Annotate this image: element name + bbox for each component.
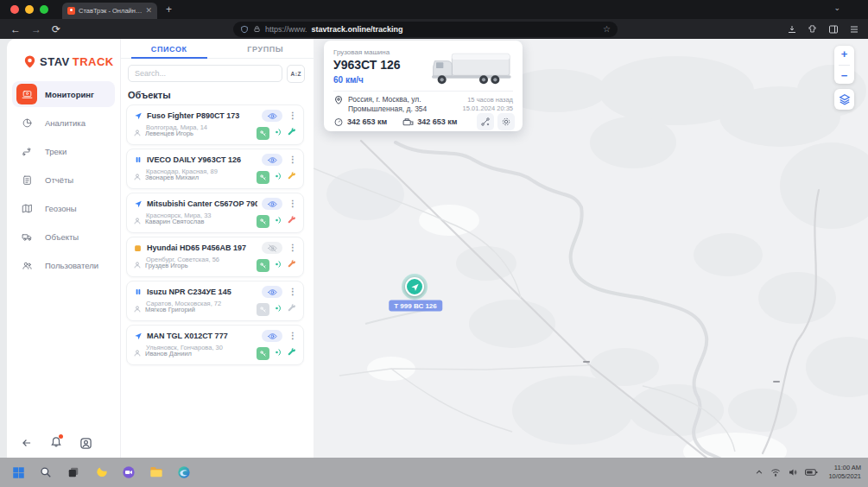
start-icon[interactable] <box>10 465 26 480</box>
search-input[interactable] <box>128 65 282 82</box>
vehicle-card[interactable]: MAN TGL Х012СТ 777 ⋮ Ульяновск, Гончаров… <box>126 325 304 365</box>
vehicle-marker[interactable] <box>405 277 424 296</box>
sort-button[interactable]: A↕Z <box>287 65 305 83</box>
wrench-icon[interactable] <box>287 345 297 361</box>
wrench-icon[interactable] <box>287 125 297 141</box>
visibility-toggle[interactable] <box>262 330 282 342</box>
signal-icon[interactable] <box>273 345 283 361</box>
extensions-icon[interactable] <box>808 24 818 35</box>
tab-favicon <box>67 7 75 15</box>
sidebar-item-analytics[interactable]: Аналитика <box>12 110 115 136</box>
reload-icon[interactable]: ⟳ <box>52 23 60 35</box>
signal-icon[interactable] <box>273 257 283 273</box>
folder-icon[interactable] <box>149 465 164 480</box>
driver-icon <box>133 349 142 357</box>
edge-icon[interactable] <box>176 465 192 480</box>
visibility-toggle[interactable] <box>262 198 282 210</box>
odometer-icon <box>333 117 344 127</box>
vehicle-card[interactable]: IVECO DAILY У963СТ 126 ⋮ Краснодар, Крас… <box>126 149 304 189</box>
sidebar: STAVTRACK Мониторинг Аналитика Треки Отч… <box>7 39 121 458</box>
key-icon[interactable] <box>257 171 269 184</box>
signal-icon[interactable] <box>273 169 283 185</box>
address-bar[interactable]: https://www.stavtrack.online/tracking ☆ <box>233 22 618 37</box>
report-icon <box>16 169 37 190</box>
vehicle-card[interactable]: Isuzu NPR С234УЕ 145 ⋮ Саратов, Московск… <box>126 281 304 321</box>
tab-close-icon[interactable]: ✕ <box>145 7 152 15</box>
minimize-window-button[interactable] <box>25 5 34 14</box>
kebab-icon[interactable]: ⋮ <box>288 332 297 340</box>
new-tab-button[interactable]: + <box>166 3 172 16</box>
kebab-icon[interactable]: ⋮ <box>288 244 297 252</box>
volume-icon[interactable] <box>788 467 798 478</box>
maximize-window-button[interactable] <box>40 5 48 14</box>
star-icon[interactable]: ☆ <box>603 24 611 34</box>
key-icon[interactable] <box>257 303 269 316</box>
notifications-button[interactable] <box>50 435 62 451</box>
moon-icon[interactable] <box>93 465 109 480</box>
tab-list[interactable]: СПИСОК <box>121 39 218 58</box>
chevron-down-icon[interactable]: ⌄ <box>833 3 840 12</box>
vehicle-marker-plate[interactable]: Т 999 ВС 126 <box>389 300 442 312</box>
key-icon[interactable] <box>257 347 269 360</box>
wifi-icon[interactable] <box>770 467 781 478</box>
kebab-icon[interactable]: ⋮ <box>288 155 297 164</box>
visibility-toggle[interactable] <box>262 286 282 298</box>
nav-arrow-icon <box>133 332 143 340</box>
map[interactable]: Т 999 ВС 126 + − Грузовая машина У963СТ … <box>314 39 868 458</box>
sidebar-item-objects[interactable]: Объекты <box>12 224 115 250</box>
sidebar-item-reports[interactable]: Отчёты <box>12 167 115 193</box>
visibility-toggle-off[interactable] <box>262 242 282 254</box>
map-layers-button[interactable] <box>834 89 854 110</box>
route-share-button[interactable] <box>477 113 494 130</box>
driver-name: Звонарев Михаил <box>145 174 253 181</box>
chat-icon[interactable] <box>121 465 136 480</box>
key-icon[interactable] <box>257 215 269 228</box>
signal-icon[interactable] <box>273 301 283 317</box>
wrench-icon[interactable] <box>287 301 297 317</box>
browser-tab[interactable]: СтавТрэк - Онлайн мониторинг ✕ <box>62 3 157 19</box>
clock[interactable]: 11:00 AM 10/05/2021 <box>828 464 861 481</box>
browser-toolbar: ← → ⟳ https://www.stavtrack.online/track… <box>0 19 868 39</box>
key-icon[interactable] <box>257 259 269 272</box>
sidebar-item-users[interactable]: Пользователи <box>12 252 115 278</box>
lock-icon <box>253 25 261 33</box>
sidebar-item-tracks[interactable]: Треки <box>12 138 115 164</box>
vehicle-card[interactable]: Mitsubishi Canter С567ОР 790 ⋮ Красноярс… <box>126 193 304 233</box>
clock-date: 10/05/2021 <box>828 472 861 480</box>
key-icon[interactable] <box>257 127 269 140</box>
nav-arrow-icon <box>133 199 143 208</box>
visibility-toggle[interactable] <box>262 110 282 122</box>
zoom-out-button[interactable]: − <box>841 70 848 81</box>
tab-groups[interactable]: ГРУППЫ <box>218 39 314 58</box>
menu-icon[interactable] <box>849 24 859 35</box>
kebab-icon[interactable]: ⋮ <box>288 199 297 208</box>
kebab-icon[interactable]: ⋮ <box>288 111 297 120</box>
vehicle-card[interactable]: Hyundai HD65 Р456АВ 197 ⋮ Оренбург, Сове… <box>126 237 304 277</box>
window-controls[interactable] <box>10 5 48 14</box>
wrench-icon[interactable] <box>287 213 297 229</box>
zoom-in-button[interactable]: + <box>841 48 848 60</box>
chevron-up-icon[interactable] <box>755 468 763 477</box>
panel-icon[interactable] <box>828 24 839 35</box>
visibility-toggle[interactable] <box>262 154 282 166</box>
settings-button[interactable] <box>497 113 515 130</box>
sidebar-item-geozones[interactable]: Геозоны <box>12 195 115 221</box>
signal-icon[interactable] <box>273 213 283 229</box>
forward-icon[interactable]: → <box>31 23 41 35</box>
download-icon[interactable] <box>787 24 797 35</box>
taskbar: 11:00 AM 10/05/2021 <box>0 458 868 487</box>
driver-name: Груздев Игорь <box>145 262 253 269</box>
search-icon[interactable] <box>38 465 54 480</box>
profile-icon[interactable] <box>79 437 92 450</box>
back-icon[interactable] <box>21 437 33 449</box>
signal-icon[interactable] <box>273 125 283 141</box>
back-icon[interactable]: ← <box>10 23 21 35</box>
battery-icon[interactable] <box>805 468 818 477</box>
close-window-button[interactable] <box>10 5 19 14</box>
kebab-icon[interactable]: ⋮ <box>288 288 297 296</box>
wrench-icon[interactable] <box>287 257 297 273</box>
sidebar-item-monitoring[interactable]: Мониторинг <box>12 81 115 107</box>
taskview-icon[interactable] <box>66 465 81 480</box>
wrench-icon[interactable] <box>287 169 297 185</box>
vehicle-card[interactable]: Fuso Fighter Р890СТ 173 ⋮ Волгоград, Мир… <box>126 104 304 145</box>
